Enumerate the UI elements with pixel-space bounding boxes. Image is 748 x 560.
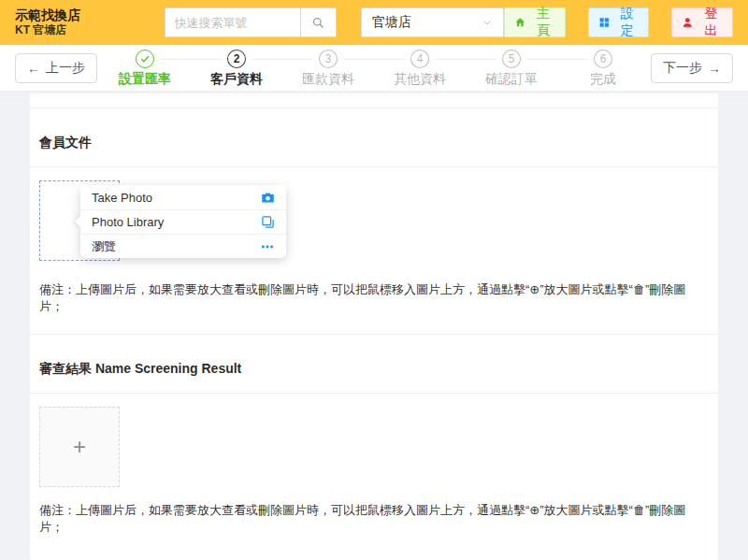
grid-icon — [598, 16, 611, 29]
step-label: 完成 — [590, 71, 616, 87]
step-label: 客戶資料 — [210, 71, 263, 87]
step-number: 5 — [502, 50, 521, 68]
previous-section-stub — [30, 93, 718, 108]
store-name: 示範找換店 — [15, 7, 165, 23]
name-screening-title: 審查結果 Name Screening Result — [30, 335, 718, 394]
wizard-steps: 設置匯率 2 客戶資料 3 匯款資料 4 其他資料 5 確認訂單 6 完成 — [99, 49, 649, 87]
member-documents-title: 會員文件 — [30, 108, 718, 167]
step-label: 其他資料 — [394, 71, 446, 87]
settings-button-label: 設定 — [615, 6, 639, 39]
name-screening-upload-button[interactable]: + — [39, 407, 120, 487]
logout-button-label: 登出 — [699, 6, 723, 39]
logout-button[interactable]: 登出 — [671, 7, 733, 37]
main-content: 會員文件 Take Photo — [0, 92, 748, 560]
menu-item-label: Take Photo — [92, 191, 152, 205]
order-search-group — [165, 7, 337, 37]
header-actions: 主頁 設定 登出 — [504, 7, 733, 37]
menu-item-photo-library[interactable]: Photo Library — [80, 209, 286, 234]
step-number: 2 — [227, 50, 246, 68]
menu-item-take-photo[interactable]: Take Photo — [80, 185, 286, 209]
settings-button[interactable]: 設定 — [588, 7, 650, 37]
order-form-card: 會員文件 Take Photo — [30, 93, 718, 560]
step-set-exchange-rate: 設置匯率 — [99, 49, 191, 87]
home-button-label: 主頁 — [532, 6, 555, 39]
check-icon — [139, 53, 151, 65]
search-input[interactable] — [165, 8, 300, 36]
step-customer-info: 2 客戶資料 — [191, 49, 282, 87]
plus-icon: + — [73, 436, 86, 458]
store-branch: KT 官塘店 — [15, 23, 165, 38]
search-button[interactable] — [300, 8, 336, 36]
chevron-down-icon — [482, 17, 493, 28]
ellipsis-icon — [260, 239, 275, 254]
menu-item-label: Photo Library — [92, 215, 164, 229]
branch-select-value: 官塘店 — [372, 14, 411, 31]
store-info: 示範找換店 KT 官塘店 — [15, 7, 165, 38]
next-step-button[interactable]: 下一步 → — [651, 53, 733, 83]
search-icon — [311, 16, 325, 30]
menu-item-browse[interactable]: 瀏覽 — [80, 234, 286, 258]
photo-library-icon — [261, 215, 275, 229]
user-icon — [682, 16, 694, 29]
step-other-info: 4 其他資料 — [374, 49, 466, 87]
name-screening-upload-note: 備注：上傳圖片后，如果需要放大查看或刪除圖片時，可以把鼠標移入圖片上方，通過點擊… — [30, 487, 718, 560]
step-number: 6 — [594, 50, 612, 68]
step-confirm-order: 5 確認訂單 — [466, 49, 557, 87]
home-button[interactable]: 主頁 — [504, 7, 566, 37]
name-screening-section: 審查結果 Name Screening Result + 備注：上傳圖片后，如果… — [30, 335, 718, 560]
wizard-stepbar: ← 上一步 設置匯率 2 客戶資料 3 匯款資料 4 其他資料 5 確認訂單 — [0, 45, 748, 92]
branch-select[interactable]: 官塘店 — [361, 7, 504, 37]
step-number: 3 — [319, 50, 338, 68]
name-screening-upload-area: + — [39, 407, 709, 487]
home-icon — [514, 16, 526, 29]
prev-step-label: 上一步 — [46, 60, 85, 77]
arrow-left-icon: ← — [27, 61, 40, 76]
next-step-label: 下一步 — [663, 60, 702, 77]
step-remittance-info: 3 匯款資料 — [282, 49, 374, 87]
step-number: 4 — [410, 50, 429, 68]
upload-source-menu: Take Photo Photo Library — [80, 185, 286, 258]
member-documents-upload-note: 備注：上傳圖片后，如果需要放大查看或刪除圖片時，可以把鼠標移入圖片上方，通過點擊… — [30, 274, 718, 334]
step-label: 匯款資料 — [302, 71, 354, 87]
menu-item-label: 瀏覽 — [92, 238, 116, 255]
member-documents-section: 會員文件 Take Photo — [30, 108, 718, 335]
arrow-right-icon: → — [708, 61, 721, 76]
step-complete: 6 完成 — [557, 49, 649, 87]
step-label: 確認訂單 — [485, 71, 538, 87]
camera-icon — [261, 191, 275, 205]
step-done-circle — [136, 50, 154, 68]
app-header: 示範找換店 KT 官塘店 官塘店 主頁 設定 — [0, 0, 748, 45]
prev-step-button[interactable]: ← 上一步 — [15, 53, 97, 83]
step-label: 設置匯率 — [119, 71, 171, 87]
member-documents-upload-area: Take Photo Photo Library — [39, 180, 709, 274]
